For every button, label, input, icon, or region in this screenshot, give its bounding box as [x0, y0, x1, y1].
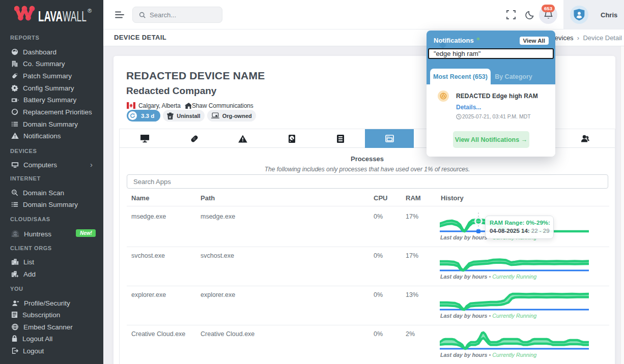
svg-text:WALL: WALL [63, 8, 87, 24]
svg-text:HUNTRESS: HUNTRESS [12, 235, 19, 237]
svg-text:LAVA: LAVA [38, 8, 63, 24]
svg-text:®: ® [88, 8, 92, 14]
